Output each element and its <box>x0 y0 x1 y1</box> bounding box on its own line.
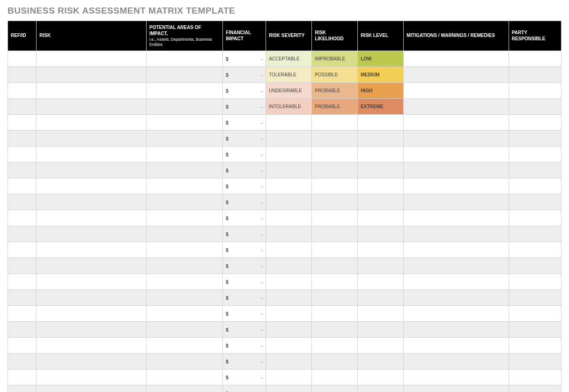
cell-impact-area[interactable] <box>147 131 223 147</box>
cell-severity[interactable] <box>266 370 312 385</box>
cell-financial[interactable]: $- <box>223 306 266 322</box>
cell-severity[interactable] <box>266 210 312 226</box>
cell-financial[interactable]: $- <box>223 258 266 274</box>
cell-severity[interactable]: ACCEPTABLE <box>266 51 312 67</box>
cell-likelihood[interactable]: POSSIBLE <box>312 67 358 83</box>
cell-financial[interactable]: $- <box>223 290 266 306</box>
cell-ref[interactable] <box>8 147 37 163</box>
cell-impact-area[interactable] <box>147 115 223 131</box>
cell-impact-area[interactable] <box>147 370 223 385</box>
cell-financial[interactable]: $- <box>223 51 266 67</box>
cell-financial[interactable]: $- <box>223 338 266 354</box>
cell-mitigations[interactable] <box>404 99 509 115</box>
cell-ref[interactable] <box>8 322 37 338</box>
cell-severity[interactable] <box>266 322 312 338</box>
cell-financial[interactable]: $- <box>223 131 266 147</box>
cell-level[interactable]: EXTREME <box>358 99 404 115</box>
cell-financial[interactable]: $- <box>223 67 266 83</box>
cell-ref[interactable] <box>8 51 37 67</box>
cell-party[interactable] <box>509 163 561 178</box>
cell-ref[interactable] <box>8 83 37 99</box>
cell-severity[interactable] <box>266 258 312 274</box>
cell-mitigations[interactable] <box>404 274 509 290</box>
cell-severity[interactable] <box>266 385 312 392</box>
cell-level[interactable] <box>358 163 404 178</box>
cell-mitigations[interactable] <box>404 194 509 210</box>
cell-ref[interactable] <box>8 67 37 83</box>
cell-party[interactable] <box>509 194 561 210</box>
cell-mitigations[interactable] <box>404 322 509 338</box>
cell-level[interactable] <box>358 354 404 370</box>
cell-ref[interactable] <box>8 194 37 210</box>
cell-likelihood[interactable] <box>312 338 358 354</box>
cell-ref[interactable] <box>8 163 37 178</box>
cell-party[interactable] <box>509 178 561 194</box>
cell-party[interactable] <box>509 258 561 274</box>
cell-party[interactable] <box>509 306 561 322</box>
cell-severity[interactable]: TOLERABLE <box>266 67 312 83</box>
cell-likelihood[interactable] <box>312 354 358 370</box>
cell-severity[interactable] <box>266 274 312 290</box>
cell-party[interactable] <box>509 290 561 306</box>
cell-mitigations[interactable] <box>404 131 509 147</box>
cell-party[interactable] <box>509 385 561 392</box>
cell-impact-area[interactable] <box>147 67 223 83</box>
cell-risk[interactable] <box>37 210 147 226</box>
cell-financial[interactable]: $- <box>223 194 266 210</box>
cell-mitigations[interactable] <box>404 290 509 306</box>
cell-level[interactable] <box>358 385 404 392</box>
cell-level[interactable] <box>358 178 404 194</box>
cell-level[interactable] <box>358 147 404 163</box>
cell-impact-area[interactable] <box>147 210 223 226</box>
cell-severity[interactable] <box>266 306 312 322</box>
cell-risk[interactable] <box>37 258 147 274</box>
cell-severity[interactable] <box>266 115 312 131</box>
cell-risk[interactable] <box>37 83 147 99</box>
cell-ref[interactable] <box>8 274 37 290</box>
cell-risk[interactable] <box>37 370 147 385</box>
cell-mitigations[interactable] <box>404 210 509 226</box>
cell-impact-area[interactable] <box>147 322 223 338</box>
cell-level[interactable] <box>358 242 404 258</box>
cell-ref[interactable] <box>8 258 37 274</box>
cell-impact-area[interactable] <box>147 194 223 210</box>
cell-level[interactable] <box>358 131 404 147</box>
cell-impact-area[interactable] <box>147 338 223 354</box>
cell-ref[interactable] <box>8 290 37 306</box>
cell-level[interactable] <box>358 226 404 242</box>
cell-likelihood[interactable]: PROBABLE <box>312 99 358 115</box>
cell-level[interactable] <box>358 274 404 290</box>
cell-mitigations[interactable] <box>404 370 509 385</box>
cell-likelihood[interactable] <box>312 385 358 392</box>
cell-severity[interactable]: UNDESIRABLE <box>266 83 312 99</box>
cell-ref[interactable] <box>8 226 37 242</box>
cell-party[interactable] <box>509 99 561 115</box>
cell-likelihood[interactable] <box>312 258 358 274</box>
cell-risk[interactable] <box>37 178 147 194</box>
cell-ref[interactable] <box>8 354 37 370</box>
cell-party[interactable] <box>509 338 561 354</box>
cell-party[interactable] <box>509 242 561 258</box>
cell-party[interactable] <box>509 83 561 99</box>
cell-mitigations[interactable] <box>404 163 509 178</box>
cell-financial[interactable]: $- <box>223 115 266 131</box>
cell-likelihood[interactable] <box>312 274 358 290</box>
cell-likelihood[interactable]: PROBABLE <box>312 83 358 99</box>
cell-ref[interactable] <box>8 370 37 385</box>
cell-financial[interactable]: $- <box>223 274 266 290</box>
cell-impact-area[interactable] <box>147 306 223 322</box>
cell-impact-area[interactable] <box>147 354 223 370</box>
cell-severity[interactable] <box>266 163 312 178</box>
cell-likelihood[interactable] <box>312 163 358 178</box>
cell-financial[interactable]: $- <box>223 210 266 226</box>
cell-financial[interactable]: $- <box>223 99 266 115</box>
cell-party[interactable] <box>509 354 561 370</box>
cell-ref[interactable] <box>8 210 37 226</box>
cell-likelihood[interactable] <box>312 226 358 242</box>
cell-mitigations[interactable] <box>404 51 509 67</box>
cell-impact-area[interactable] <box>147 274 223 290</box>
cell-risk[interactable] <box>37 226 147 242</box>
cell-mitigations[interactable] <box>404 226 509 242</box>
cell-level[interactable]: MEDIUM <box>358 67 404 83</box>
cell-financial[interactable]: $- <box>223 147 266 163</box>
